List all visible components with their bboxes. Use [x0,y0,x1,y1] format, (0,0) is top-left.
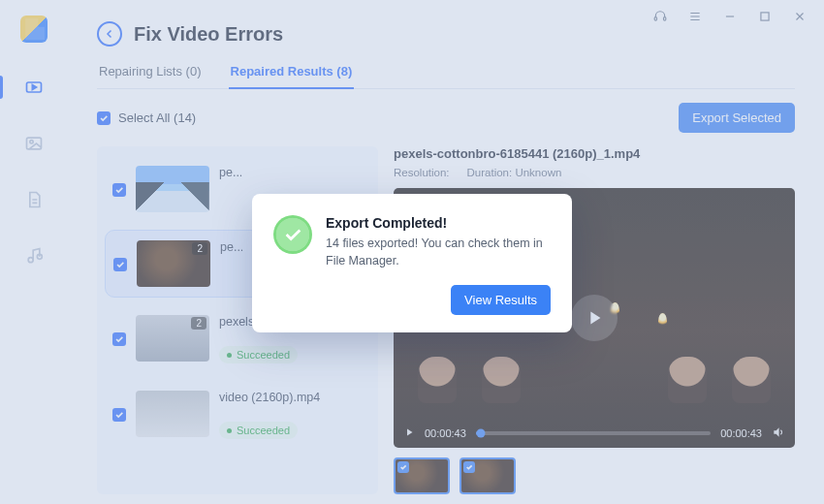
view-results-button[interactable]: View Results [451,285,551,315]
modal-title: Export Completed! [326,215,551,231]
success-icon [273,215,312,254]
modal-message: 14 files exported! You can check them in… [326,235,551,269]
export-completed-dialog: Export Completed! 14 files exported! You… [252,194,572,332]
